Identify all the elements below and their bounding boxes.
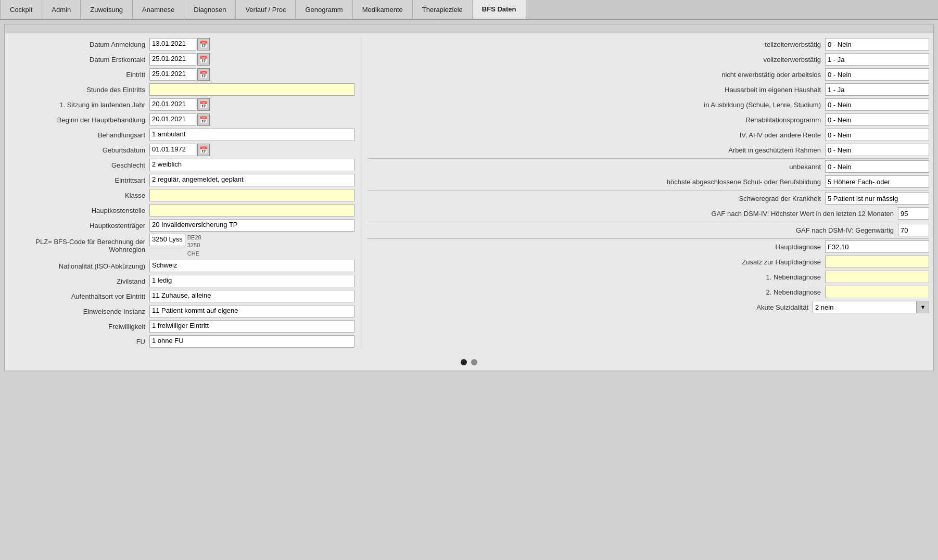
nav-tab-anamnese[interactable]: Anamnese [133, 0, 184, 19]
dropdown-input-15[interactable]: 1 ledig [149, 275, 354, 287]
right-form-row-3: Hausarbeit im eigenen Haushalt1 - Ja [367, 83, 929, 96]
right-input-6[interactable]: 0 - Nein [825, 129, 929, 141]
left-label-11: Hauptkostenstelle [9, 207, 149, 214]
left-label-9: Eintrittsart [9, 176, 149, 184]
right-label-10: Schweregrad der Krankheit [617, 195, 825, 202]
dropdown-arrow-17[interactable]: ▼ [917, 301, 929, 313]
yellow-input-10[interactable] [149, 189, 354, 201]
form-area: Datum Anmeldung13.01.2021📅Datum Erstkont… [5, 33, 933, 354]
right-form-row-8: unbekannt0 - Nein [367, 160, 929, 173]
dropdown-input-18[interactable]: 1 freiwilliger Eintritt [149, 320, 354, 333]
right-input-3[interactable]: 1 - Ja [825, 83, 929, 96]
calendar-btn-4[interactable]: 📅 [197, 98, 210, 111]
right-form-row-1: vollzeiterwerbstätig1 - Ja [367, 53, 929, 66]
left-label-6: Behandlungsart [9, 131, 149, 139]
date-input-7[interactable]: 01.01.1972 [149, 144, 196, 156]
right-label-1: vollzeiterwerbstätig [617, 56, 825, 63]
date-input-1[interactable]: 25.01.2021 [149, 53, 196, 66]
yellow-input-3[interactable] [149, 83, 354, 96]
left-form-row-17: Einweisende Instanz11 Patient kommt auf … [9, 304, 354, 318]
dropdown-input-19[interactable]: 1 ohne FU [149, 335, 354, 348]
left-form-row-14: Nationalität (ISO-Abkürzung)Schweiz [9, 259, 354, 273]
pagination-dot-1[interactable] [461, 359, 467, 365]
yellow-input-11[interactable] [149, 204, 354, 217]
right-form-row-13: HauptdiagnoseF32.10 [367, 240, 929, 253]
date-input-0[interactable]: 13.01.2021 [149, 38, 196, 50]
pagination-dot-2[interactable] [471, 359, 477, 365]
date-input-5[interactable]: 20.01.2021 [149, 113, 196, 126]
right-label-13: Hauptdiagnose [617, 243, 825, 251]
dropdown-input-16[interactable]: 11 Zuhause, alleine [149, 290, 354, 302]
left-form-row-2: Eintritt25.01.2021📅 [9, 68, 354, 81]
date-input-2[interactable]: 25.01.2021 [149, 68, 196, 81]
left-column: Datum Anmeldung13.01.2021📅Datum Erstkont… [5, 37, 359, 350]
nav-tab-genogramm[interactable]: Genogramm [296, 0, 352, 19]
calendar-btn-1[interactable]: 📅 [197, 53, 210, 66]
right-label-4: in Ausbildung (Schule, Lehre, Studium) [606, 101, 825, 109]
calendar-btn-2[interactable]: 📅 [197, 68, 210, 81]
right-input-11[interactable]: 95 [898, 207, 929, 220]
right-input-1[interactable]: 1 - Ja [825, 53, 929, 66]
nav-tab-bfs_daten[interactable]: BFS Daten [473, 0, 526, 19]
nav-tab-therapieziele[interactable]: Therapieziele [413, 0, 473, 19]
dropdown-multi-input-13[interactable]: 3250 Lyss [149, 234, 185, 246]
right-input-10[interactable]: 5 Patient ist nur mässig [825, 192, 929, 205]
nav-tab-verlauf_/_proc[interactable]: Verlauf / Proc [236, 0, 296, 19]
separator-12 [367, 222, 929, 222]
left-form-row-5: Beginn der Hauptbehandlung20.01.2021📅 [9, 113, 354, 126]
left-form-row-1: Datum Erstkontakt25.01.2021📅 [9, 53, 354, 66]
nav-tab-cockpit[interactable]: Cockpit [0, 0, 42, 19]
dropdown-input-17[interactable]: 11 Patient kommt auf eigene [149, 305, 354, 317]
right-input-9[interactable]: 5 Höhere Fach- oder [825, 175, 929, 188]
calendar-btn-5[interactable]: 📅 [197, 113, 210, 126]
calendar-btn-7[interactable]: 📅 [197, 144, 210, 156]
right-input-8[interactable]: 0 - Nein [825, 160, 929, 173]
right-input-5[interactable]: 0 - Nein [825, 113, 929, 126]
left-label-16: Aufenthaltsort vor Eintritt [9, 292, 149, 300]
date-input-4[interactable]: 20.01.2021 [149, 98, 196, 111]
right-form-row-12: GAF nach DSM-IV: Gegenwärtig70 [367, 223, 929, 237]
right-label-17: Akute Suizidalität [604, 303, 813, 311]
dropdown-input-8[interactable]: 2 weiblich [149, 159, 354, 171]
nav-tab-diagnosen[interactable]: Diagnosen [184, 0, 236, 19]
pagination [5, 354, 933, 371]
right-input-17[interactable]: 2 nein [813, 301, 917, 313]
address-hints-13: BE283250CHE [187, 234, 201, 258]
right-input-0[interactable]: 0 - Nein [825, 38, 929, 50]
right-form-row-5: Rehabilitationsprogramm0 - Nein [367, 113, 929, 126]
nav-tab-admin[interactable]: Admin [42, 0, 81, 19]
left-label-1: Datum Erstkontakt [9, 56, 149, 63]
dropdown-input-14[interactable]: Schweiz [149, 260, 354, 272]
left-form-row-0: Datum Anmeldung13.01.2021📅 [9, 37, 354, 51]
left-label-17: Einweisende Instanz [9, 308, 149, 315]
right-input-15[interactable] [825, 271, 929, 283]
dropdown-input-6[interactable]: 1 ambulant [149, 129, 354, 141]
separator-10 [367, 190, 929, 190]
right-input-16[interactable] [825, 286, 929, 298]
left-label-7: Geburtsdatum [9, 146, 149, 154]
right-form-row-10: Schweregrad der Krankheit5 Patient ist n… [367, 192, 929, 205]
left-label-18: Freiwilligkeit [9, 323, 149, 330]
nav-tab-zuweisung[interactable]: Zuweisung [81, 0, 133, 19]
right-input-4[interactable]: 0 - Nein [825, 98, 929, 111]
right-form-row-14: Zusatz zur Hauptdiagnose [367, 255, 929, 269]
left-label-3: Stunde des Eintritts [9, 86, 149, 94]
right-input-13[interactable]: F32.10 [825, 240, 929, 253]
left-form-row-10: Klasse [9, 188, 354, 202]
left-label-4: 1. Sitzung im laufenden Jahr [9, 101, 149, 109]
right-input-14[interactable] [825, 256, 929, 268]
calendar-btn-0[interactable]: 📅 [197, 38, 210, 50]
dropdown-input-12[interactable]: 20 Invalidenversicherung TP [149, 219, 354, 232]
right-input-7[interactable]: 0 - Nein [825, 144, 929, 156]
right-input-2[interactable]: 0 - Nein [825, 68, 929, 81]
nav-tab-medikamente[interactable]: Medikamente [353, 0, 413, 19]
right-label-3: Hausarbeit im eigenen Haushalt [617, 86, 825, 94]
left-label-12: Hauptkostenträger [9, 222, 149, 230]
dropdown-input-9[interactable]: 2 regulär, angemeldet, geplant [149, 174, 354, 186]
right-input-12[interactable]: 70 [898, 224, 929, 236]
left-label-14: Nationalität (ISO-Abkürzung) [9, 262, 149, 270]
column-divider [361, 37, 361, 350]
left-form-row-19: FU1 ohne FU [9, 335, 354, 348]
right-label-8: unbekannt [617, 163, 825, 171]
right-form-row-4: in Ausbildung (Schule, Lehre, Studium)0 … [367, 98, 929, 111]
